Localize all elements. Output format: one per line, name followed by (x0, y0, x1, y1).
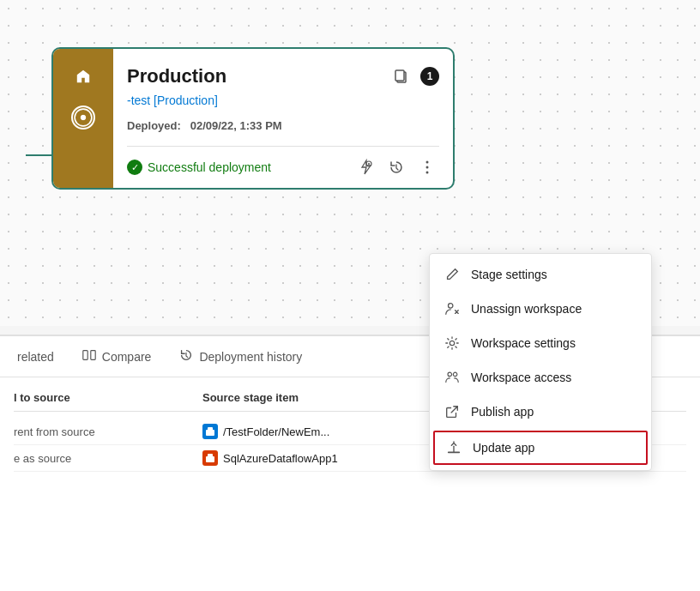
card-content: Production 1 -test [Production] Deployed… (113, 49, 453, 188)
menu-item-publish-app[interactable]: Publish app (430, 395, 651, 429)
unassign-icon (444, 300, 461, 317)
house-icon (71, 64, 95, 88)
row-icon-orange (202, 450, 218, 466)
deployment-history-icon (178, 347, 194, 365)
card-subtitle: -test [Production] (127, 93, 439, 107)
svg-rect-16 (208, 454, 213, 457)
settings-icon[interactable] (71, 106, 95, 130)
notification-badge: 1 (420, 67, 439, 86)
svg-point-5 (426, 166, 429, 169)
update-icon (445, 439, 462, 456)
card-header-icons: 1 (389, 64, 439, 88)
svg-rect-15 (206, 456, 214, 462)
svg-point-7 (449, 304, 453, 308)
people-icon (444, 369, 461, 386)
svg-rect-14 (208, 427, 213, 431)
compare-icon (81, 347, 97, 365)
svg-rect-2 (395, 70, 404, 81)
svg-point-4 (426, 161, 429, 164)
tab-related-label: related (17, 350, 54, 364)
deployed-date: 02/09/22, 1:33 PM (190, 119, 282, 132)
menu-label-update-app: Update app (473, 441, 534, 455)
menu-label-stage-settings: Stage settings (471, 268, 547, 281)
menu-item-unassign-workspace[interactable]: Unassign workspace (430, 292, 651, 326)
pencil-icon (444, 266, 461, 283)
context-menu: Stage settings Unassign workspace Wor (429, 253, 652, 471)
copy-icon[interactable] (389, 64, 413, 88)
svg-rect-13 (206, 430, 214, 436)
card-title: Production (127, 65, 226, 87)
svg-point-6 (426, 172, 429, 174)
status-text: Successful deployment (148, 160, 271, 174)
tab-compare-label: Compare (102, 350, 152, 364)
svg-point-9 (448, 372, 452, 377)
menu-label-workspace-access: Workspace access (471, 371, 571, 384)
tab-related[interactable]: related (14, 336, 57, 377)
status-check-icon: ✓ (127, 160, 142, 175)
tab-deployment-history-label: Deployment history (199, 350, 302, 364)
card-header: Production 1 (127, 64, 439, 88)
table-cell-text-0: /TestFolder/NewEm... (223, 425, 329, 438)
production-card: Production 1 -test [Production] Deployed… (51, 47, 455, 190)
table-cell-col1-0: rent from source (14, 425, 202, 438)
svg-rect-12 (91, 351, 95, 360)
col1-header: l to source (14, 391, 202, 404)
svg-rect-11 (83, 351, 88, 360)
footer-icons (353, 155, 439, 179)
table-cell-text-1: SqlAzureDataflowApp1 (223, 452, 338, 465)
history-icon[interactable] (384, 155, 408, 179)
menu-item-stage-settings[interactable]: Stage settings (430, 257, 651, 292)
tab-compare[interactable]: Compare (78, 336, 155, 377)
deployed-label: Deployed: (127, 119, 181, 132)
external-link-icon (444, 403, 461, 420)
menu-item-workspace-access[interactable]: Workspace access (430, 360, 651, 395)
lightning-gear-icon[interactable] (353, 155, 377, 179)
deployment-status: ✓ Successful deployment (127, 160, 271, 175)
row-icon-blue (202, 424, 218, 439)
menu-label-publish-app: Publish app (471, 405, 534, 419)
svg-point-10 (453, 372, 457, 377)
gear-icon (444, 335, 461, 352)
table-cell-col1-1: e as source (14, 452, 202, 465)
menu-item-workspace-settings[interactable]: Workspace settings (430, 326, 651, 360)
menu-item-update-app[interactable]: Update app (433, 431, 648, 465)
more-options-icon[interactable] (415, 155, 439, 179)
menu-label-workspace-settings: Workspace settings (471, 336, 576, 350)
menu-label-unassign-workspace: Unassign workspace (471, 302, 582, 316)
main-area: Production 1 -test [Production] Deployed… (0, 0, 700, 591)
card-left-bar (53, 49, 113, 188)
card-footer: ✓ Successful deployment (127, 146, 439, 188)
tab-deployment-history[interactable]: Deployment history (175, 336, 305, 377)
card-deployed: Deployed: 02/09/22, 1:33 PM (127, 119, 439, 132)
svg-point-8 (450, 341, 454, 345)
